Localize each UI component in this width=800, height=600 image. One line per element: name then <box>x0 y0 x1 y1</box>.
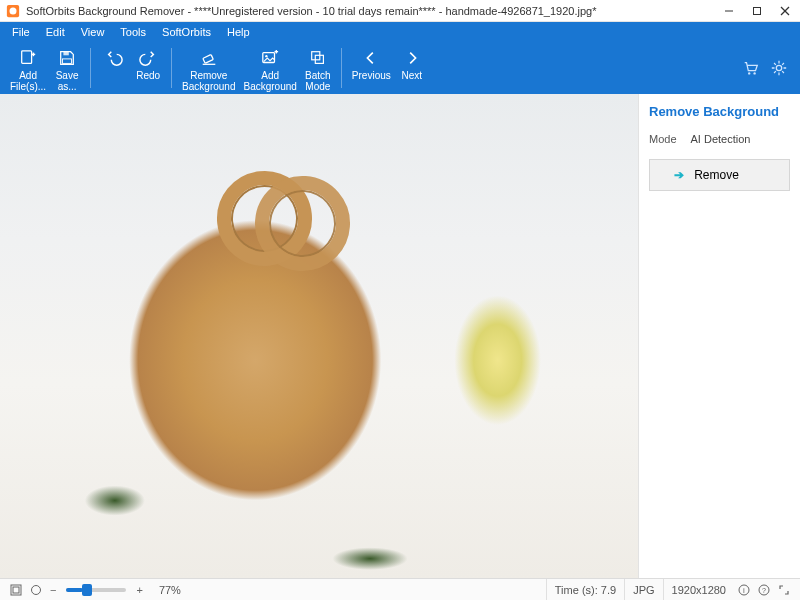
time-label: Time (s): <box>555 584 598 596</box>
save-as-label: Save as... <box>56 70 79 92</box>
batch-mode-button[interactable]: Batch Mode <box>301 46 335 94</box>
eraser-icon <box>200 48 218 68</box>
time-value: 7.9 <box>601 584 616 596</box>
actual-size-icon[interactable] <box>26 584 46 596</box>
info-icon[interactable]: i <box>734 584 754 596</box>
help-icon[interactable]: ? <box>754 584 774 596</box>
statusbar: − + 77% Time (s): 7.9 JPG 1920x1280 i ? <box>0 578 800 600</box>
add-bg-label: Add Background <box>243 70 296 92</box>
image-plus-icon <box>261 48 279 68</box>
svg-point-1 <box>10 7 17 14</box>
undo-button[interactable] <box>97 46 131 72</box>
save-icon <box>58 48 76 68</box>
remove-bg-label: Remove Background <box>182 70 235 92</box>
previous-icon <box>362 48 380 68</box>
zoom-out-button[interactable]: − <box>46 584 60 596</box>
remove-background-button[interactable]: Remove Background <box>178 46 239 94</box>
panel-title: Remove Background <box>649 104 790 119</box>
svg-point-21 <box>776 65 781 70</box>
mode-value[interactable]: AI Detection <box>691 133 751 145</box>
expand-icon[interactable] <box>774 584 794 596</box>
previous-button[interactable]: Previous <box>348 46 395 83</box>
next-icon <box>403 48 421 68</box>
svg-rect-9 <box>64 52 69 56</box>
minimize-button[interactable] <box>724 6 738 16</box>
previous-label: Previous <box>352 70 391 81</box>
toolbar-separator <box>171 48 172 88</box>
svg-rect-10 <box>63 59 72 64</box>
window-title: SoftOrbits Background Remover - ****Unre… <box>26 5 724 17</box>
redo-button[interactable]: Redo <box>131 46 165 83</box>
dimensions-value: 1920x1280 <box>663 579 734 600</box>
redo-icon <box>139 48 157 68</box>
zoom-slider[interactable] <box>66 588 126 592</box>
add-files-label: Add File(s)... <box>10 70 46 92</box>
settings-icon[interactable] <box>770 59 788 77</box>
svg-point-24 <box>32 585 41 594</box>
side-panel: Remove Background Mode AI Detection ➔ Re… <box>638 94 800 578</box>
svg-rect-6 <box>22 51 32 64</box>
menu-tools[interactable]: Tools <box>112 24 154 40</box>
arrow-right-icon: ➔ <box>674 168 684 182</box>
workspace: Remove Background Mode AI Detection ➔ Re… <box>0 94 800 578</box>
redo-label: Redo <box>136 70 160 81</box>
batch-icon <box>309 48 327 68</box>
toolbar-separator <box>90 48 91 88</box>
next-button[interactable]: Next <box>395 46 429 83</box>
zoom-percent: 77% <box>159 584 181 596</box>
svg-text:?: ? <box>762 587 766 594</box>
next-label: Next <box>401 70 422 81</box>
toolbar: Add File(s)... Save as... Redo <box>0 42 800 94</box>
svg-rect-23 <box>13 587 19 593</box>
menu-help[interactable]: Help <box>219 24 258 40</box>
svg-rect-3 <box>754 7 761 14</box>
svg-point-19 <box>748 72 750 74</box>
save-as-button[interactable]: Save as... <box>50 46 84 94</box>
undo-icon <box>105 48 123 68</box>
menu-file[interactable]: File <box>4 24 38 40</box>
menu-view[interactable]: View <box>73 24 113 40</box>
toolbar-separator <box>341 48 342 88</box>
zoom-in-button[interactable]: + <box>132 584 146 596</box>
svg-text:i: i <box>743 586 745 595</box>
loaded-image <box>0 94 638 578</box>
window-titlebar: SoftOrbits Background Remover - ****Unre… <box>0 0 800 22</box>
app-icon <box>6 4 20 18</box>
remove-button-label: Remove <box>694 168 739 182</box>
svg-rect-11 <box>203 55 213 64</box>
mode-label: Mode <box>649 133 677 145</box>
cart-icon[interactable] <box>742 59 760 77</box>
add-background-button[interactable]: Add Background <box>239 46 300 94</box>
canvas[interactable] <box>0 94 638 578</box>
add-files-button[interactable]: Add File(s)... <box>6 46 50 94</box>
plus-file-icon <box>19 48 37 68</box>
menu-edit[interactable]: Edit <box>38 24 73 40</box>
remove-button[interactable]: ➔ Remove <box>649 159 790 191</box>
svg-point-14 <box>265 55 267 57</box>
format-value: JPG <box>624 579 662 600</box>
close-button[interactable] <box>780 6 794 16</box>
batch-label: Batch Mode <box>305 70 331 92</box>
maximize-button[interactable] <box>752 6 766 16</box>
svg-point-20 <box>753 72 755 74</box>
fit-screen-icon[interactable] <box>6 584 26 596</box>
menu-softorbits[interactable]: SoftOrbits <box>154 24 219 40</box>
menubar: File Edit View Tools SoftOrbits Help <box>0 22 800 42</box>
